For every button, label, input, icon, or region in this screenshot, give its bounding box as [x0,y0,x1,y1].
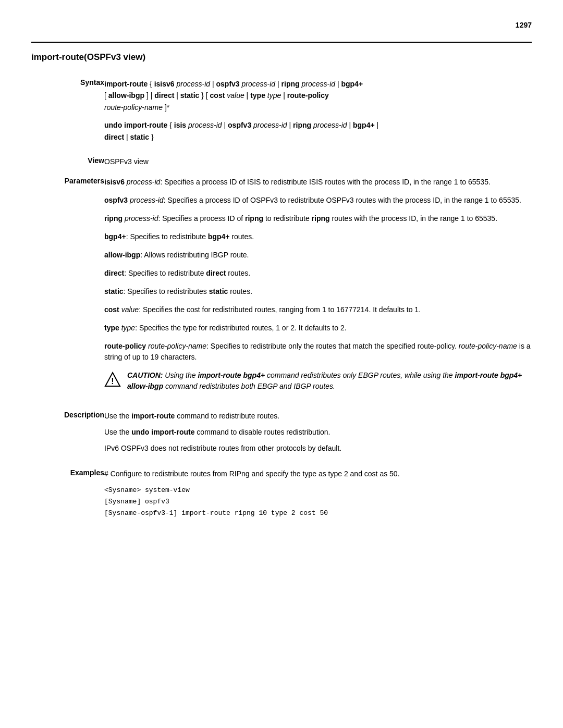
examples-label: Examples [70,468,104,477]
syntax-label: Syntax [80,78,104,87]
svg-text:!: ! [111,377,114,386]
param-ripng: ripng process-id: Specifies a process ID… [104,213,532,224]
param-direct: direct: Specifies to redistribute direct… [104,268,532,279]
param-isisv6: isisv6 process-id: Specifies a process I… [104,177,532,188]
param-route-policy: route-policy route-policy-name: Specifie… [104,341,532,363]
description-entry-2: Use the undo import-route command to dis… [104,427,532,438]
code-line-3: [Sysname-ospfv3-1] import-route ripng 10… [104,508,532,519]
caution-box: ! CAUTION: Using the import-route bgp4+ … [104,370,532,392]
view-text: OSPFv3 view [104,156,532,167]
description-entry-3: IPv6 OSPFv3 does not redistribute routes… [104,443,532,454]
syntax-undo-line: undo import-route { isis process-id | os… [104,119,532,143]
param-cost: cost value: Specifies the cost for redis… [104,304,532,315]
param-allow-ibgp: allow-ibgp: Allows redistributing IBGP r… [104,250,532,261]
code-line-2: [Sysname] ospfv3 [104,496,532,508]
parameters-label: Parameters [65,177,104,185]
examples-intro: # Configure to redistribute routes from … [104,468,532,479]
section-title: import-route(OSPFv3 view) [31,52,532,63]
page-number: 1297 [516,21,532,29]
caution-icon: ! [104,371,121,388]
param-ospfv3: ospfv3 process-id: Specifies a process I… [104,195,532,206]
description-label: Description [64,411,104,419]
param-static: static: Specifies to redistributes stati… [104,286,532,297]
param-type: type type: Specifies the type for redist… [104,323,532,334]
code-line-1: <Sysname> system-view [104,485,532,496]
top-rule [31,42,532,43]
syntax-line1: import-route { isisv6 process-id | ospfv… [104,78,532,113]
examples-code: <Sysname> system-view [Sysname] ospfv3 [… [104,485,532,519]
view-label: View [88,156,104,165]
description-entry-1: Use the import-route command to redistri… [104,411,532,422]
param-bgp4plus: bgp4+: Specifies to redistribute bgp4+ r… [104,231,532,242]
